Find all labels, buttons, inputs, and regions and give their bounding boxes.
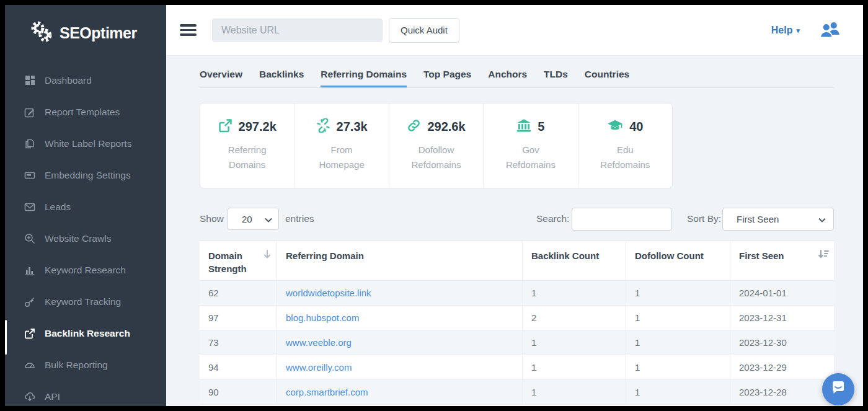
external-link-icon bbox=[218, 118, 232, 135]
cell-first-seen: 2023-12-28 bbox=[730, 380, 834, 404]
tab-tlds[interactable]: TLDs bbox=[544, 64, 568, 87]
stat-referring-domains: 297.2k ReferringDomains bbox=[200, 104, 294, 188]
column-header-domain-strength[interactable]: Domain Strength bbox=[200, 241, 277, 280]
cell-first-seen: 2024-01-01 bbox=[730, 281, 834, 305]
stat-edu-refdomains: 40 EduRefdomains bbox=[578, 104, 672, 188]
chevron-down-icon bbox=[265, 214, 272, 224]
bar-chart-icon bbox=[24, 264, 36, 276]
tab-anchors[interactable]: Anchors bbox=[488, 64, 527, 87]
table-row: 90 corp.smartbrief.com 1 1 2023-12-28 bbox=[200, 380, 834, 405]
tab-overview[interactable]: Overview bbox=[200, 64, 242, 87]
column-header-first-seen[interactable]: First Seen bbox=[730, 241, 834, 280]
cloud-download-icon bbox=[24, 391, 36, 403]
cell-referring-domain: corp.smartbrief.com bbox=[277, 380, 523, 404]
sidebar-item-keyword-research[interactable]: Keyword Research bbox=[5, 254, 166, 286]
domain-link[interactable]: www.veeble.org bbox=[286, 337, 352, 348]
show-label: Show bbox=[200, 213, 224, 224]
cell-backlink-count: 1 bbox=[523, 355, 626, 379]
entries-label: entries bbox=[285, 213, 314, 224]
stat-label: EduRefdomains bbox=[600, 143, 650, 172]
domain-link[interactable]: www.oreilly.com bbox=[286, 362, 352, 373]
column-header-dofollow-count[interactable]: Dofollow Count bbox=[626, 241, 730, 280]
sidebar-item-label: Website Crawls bbox=[45, 233, 111, 244]
cell-domain-strength: 94 bbox=[200, 355, 277, 379]
quick-audit-button[interactable]: Quick Audit bbox=[389, 18, 459, 43]
sidebar-item-label: Dashboard bbox=[45, 75, 92, 86]
arrow-down-icon[interactable] bbox=[263, 249, 272, 262]
embed-card-icon bbox=[24, 169, 36, 182]
domain-link[interactable]: corp.smartbrief.com bbox=[286, 387, 368, 397]
gauge-icon bbox=[24, 359, 36, 371]
cell-dofollow-count: 1 bbox=[626, 306, 730, 330]
search-input[interactable] bbox=[572, 208, 672, 231]
users-icon[interactable] bbox=[818, 20, 841, 41]
envelope-icon bbox=[24, 201, 36, 213]
stat-label: ReferringDomains bbox=[228, 143, 267, 172]
stat-value: 297.2k bbox=[239, 120, 277, 134]
stat-label: FromHomepage bbox=[319, 143, 364, 172]
stat-label: DofollowRefdomains bbox=[411, 143, 461, 172]
domain-link[interactable]: blog.hubspot.com bbox=[286, 312, 359, 323]
sort-by-value: First Seen bbox=[737, 214, 779, 224]
sort-amount-desc-icon[interactable] bbox=[818, 249, 829, 262]
sidebar-item-bulk-reporting[interactable]: Bulk Reporting bbox=[5, 349, 166, 381]
sidebar-scrollbar-thumb[interactable] bbox=[5, 320, 7, 355]
hamburger-icon[interactable] bbox=[180, 22, 197, 38]
app-frame: SEOptimer Dashboard bbox=[5, 5, 863, 406]
stat-label: GovRefdomains bbox=[506, 143, 556, 172]
sidebar-item-dashboard[interactable]: Dashboard bbox=[5, 64, 166, 96]
stat-value: 40 bbox=[629, 120, 643, 134]
chat-launcher-button[interactable] bbox=[822, 373, 854, 405]
sidebar-item-label: Bulk Reporting bbox=[45, 360, 108, 371]
chain-link-icon bbox=[407, 118, 421, 135]
cell-referring-domain: worldwidetopsite.link bbox=[277, 281, 523, 305]
sidebar-item-report-templates[interactable]: Report Templates bbox=[5, 96, 166, 128]
tab-countries[interactable]: Countries bbox=[585, 64, 629, 87]
caret-down-icon: ▾ bbox=[796, 27, 800, 35]
broken-link-icon bbox=[316, 118, 330, 135]
sidebar-item-label: Embedding Settings bbox=[45, 170, 131, 181]
table-header-row: Domain Strength Referring Domain Backlin… bbox=[200, 241, 834, 281]
sidebar-item-keyword-tracking[interactable]: Keyword Tracking bbox=[5, 286, 166, 317]
sort-by-label: Sort By: bbox=[687, 213, 721, 224]
help-menu[interactable]: Help ▾ bbox=[771, 25, 800, 36]
sidebar-item-backlink-research[interactable]: Backlink Research bbox=[5, 317, 166, 349]
cell-backlink-count: 1 bbox=[523, 380, 626, 404]
pencil-square-icon bbox=[24, 106, 36, 118]
sidebar-item-label: Leads bbox=[45, 201, 71, 213]
column-header-backlink-count[interactable]: Backlink Count bbox=[523, 241, 626, 280]
stat-value: 27.3k bbox=[337, 120, 368, 134]
graduation-cap-icon bbox=[607, 118, 623, 135]
search-label: Search: bbox=[536, 213, 569, 224]
sidebar-item-api[interactable]: API bbox=[5, 381, 166, 406]
tab-backlinks[interactable]: Backlinks bbox=[259, 64, 304, 87]
tab-top-pages[interactable]: Top Pages bbox=[423, 64, 471, 87]
logo-text: SEOptimer bbox=[60, 24, 137, 42]
domain-link[interactable]: worldwidetopsite.link bbox=[286, 288, 371, 298]
topbar: Quick Audit Help ▾ bbox=[166, 5, 863, 56]
column-header-referring-domain[interactable]: Referring Domain bbox=[277, 241, 523, 280]
help-label: Help bbox=[771, 25, 793, 36]
stat-from-homepage: 27.3k FromHomepage bbox=[294, 104, 389, 188]
website-url-input[interactable] bbox=[212, 19, 383, 42]
sort-by-select[interactable]: First Seen bbox=[722, 208, 834, 231]
tab-referring-domains[interactable]: Referring Domains bbox=[321, 64, 407, 87]
external-link-icon bbox=[24, 327, 36, 340]
stats-card: 297.2k ReferringDomains 27.3k bbox=[200, 103, 673, 188]
cell-first-seen: 2023-12-30 bbox=[730, 330, 834, 355]
logo[interactable]: SEOptimer bbox=[5, 5, 166, 47]
cell-dofollow-count: 1 bbox=[626, 281, 730, 305]
cell-dofollow-count: 1 bbox=[626, 380, 730, 404]
sidebar-item-embedding-settings[interactable]: Embedding Settings bbox=[5, 159, 166, 191]
sidebar-item-label: Keyword Tracking bbox=[45, 296, 121, 307]
sidebar-item-website-crawls[interactable]: Website Crawls bbox=[5, 223, 166, 254]
cell-first-seen: 2023-12-31 bbox=[730, 306, 834, 330]
tab-bar: Overview Backlinks Referring Domains Top… bbox=[200, 64, 834, 88]
cell-dofollow-count: 1 bbox=[626, 330, 730, 355]
sidebar-item-white-label-reports[interactable]: White Label Reports bbox=[5, 128, 166, 159]
page-size-select[interactable]: 20 bbox=[228, 208, 279, 230]
stat-value: 5 bbox=[538, 120, 544, 134]
sidebar-item-leads[interactable]: Leads bbox=[5, 191, 166, 223]
table-row: 73 www.veeble.org 1 1 2023-12-30 bbox=[200, 330, 834, 355]
sidebar-item-label: Report Templates bbox=[45, 107, 120, 118]
